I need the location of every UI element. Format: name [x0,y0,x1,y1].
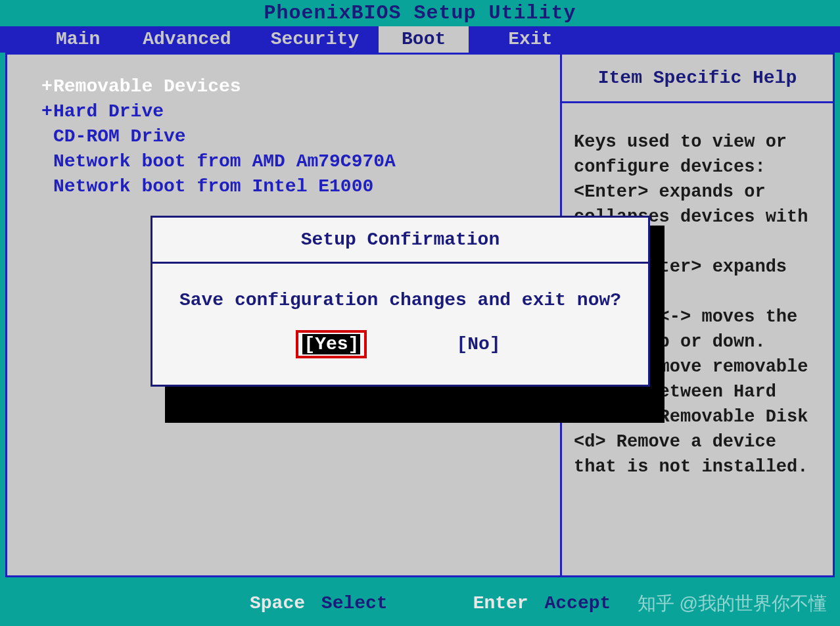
boot-item-network-amd[interactable]: Network boot from AMD Am79C970A [27,149,560,174]
menu-advanced[interactable]: Advanced [123,26,250,53]
menu-security[interactable]: Security [251,26,379,53]
footer-action-accept: Accept [544,593,611,614]
watermark: 知乎 @我的世界你不懂 [638,591,827,616]
expand-icon: + [41,74,53,99]
menu-exit[interactable]: Exit [482,26,578,53]
footer-key-space: Space [250,593,305,614]
menu-bar: Main Advanced Security Boot Exit [0,26,840,53]
boot-item-label: Network boot from AMD Am79C970A [53,151,396,172]
main-area: +Removable Devices +Hard Drive CD-ROM Dr… [5,53,835,577]
boot-item-label: Removable Devices [53,76,241,97]
footer-action-select: Select [321,593,388,614]
boot-item-label: CD-ROM Drive [53,126,186,147]
setup-confirmation-dialog: Setup Confirmation Save configuration ch… [151,216,650,387]
boot-item-network-intel[interactable]: Network boot from Intel E1000 [27,174,560,199]
boot-item-removable[interactable]: +Removable Devices [27,74,560,99]
yes-button-label: [Yes] [302,334,360,354]
help-header: Item Specific Help [562,55,833,103]
boot-item-harddrive[interactable]: +Hard Drive [27,99,560,124]
boot-item-cdrom[interactable]: CD-ROM Drive [27,124,560,149]
bios-title: PhoenixBIOS Setup Utility [0,0,840,26]
footer-key-enter: Enter [473,593,528,614]
dialog-buttons: [Yes] [No] [296,330,504,358]
expand-icon: + [41,99,53,124]
dialog-title: Setup Confirmation [152,218,648,264]
boot-item-label: Hard Drive [53,101,164,122]
boot-item-label: Network boot from Intel E1000 [53,176,373,197]
dialog-message: Save configuration changes and exit now? [179,290,621,310]
menu-main[interactable]: Main [33,26,123,53]
menu-boot[interactable]: Boot [379,26,469,53]
dialog-body: Save configuration changes and exit now?… [152,264,648,385]
yes-button[interactable]: [Yes] [296,330,367,358]
no-button[interactable]: [No] [452,330,504,358]
